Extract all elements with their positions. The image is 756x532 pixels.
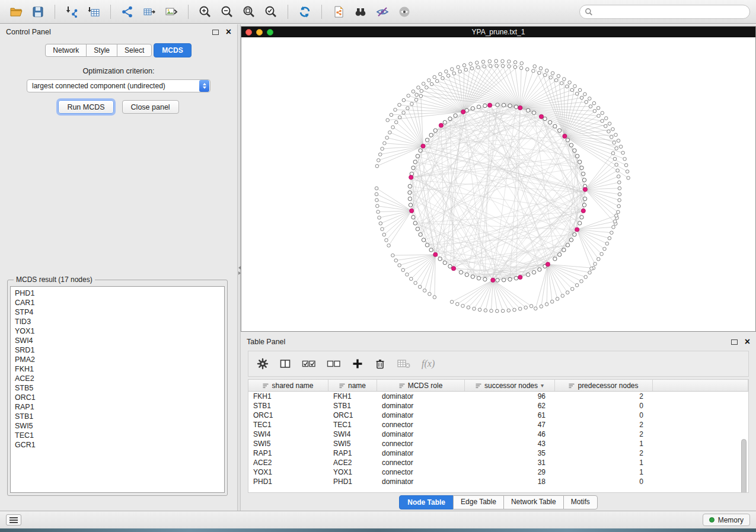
import-network-icon xyxy=(65,5,79,19)
status-menu-button[interactable] xyxy=(6,514,21,525)
add-column-icon[interactable] xyxy=(352,358,363,370)
zoom-selected-button[interactable] xyxy=(261,2,281,21)
table-cell: dominator xyxy=(377,477,465,486)
mcds-result-list[interactable]: PHD1CAR1STP4TID3YOX1SWI4SRD1PMA2FKH1ACE2… xyxy=(10,286,225,493)
mcds-result-item[interactable]: CAR1 xyxy=(15,298,224,307)
mcds-result-item[interactable]: YOX1 xyxy=(15,326,224,336)
mcds-result-item[interactable]: SWI5 xyxy=(15,421,224,431)
mcds-result-item[interactable]: ORC1 xyxy=(15,393,224,402)
document-share-button[interactable] xyxy=(328,2,349,21)
memory-button[interactable]: Memory xyxy=(703,514,750,526)
table-settings-gear-icon[interactable] xyxy=(257,358,269,370)
close-panel-icon[interactable]: × xyxy=(226,27,231,37)
mcds-result-item[interactable]: SRD1 xyxy=(15,345,224,355)
mcds-result-item[interactable]: SWI4 xyxy=(15,336,224,345)
hide-details-button[interactable] xyxy=(372,2,393,21)
mcds-result-item[interactable]: STP4 xyxy=(15,307,224,317)
zoom-out-icon xyxy=(220,5,234,19)
table-row[interactable]: SWI5SWI5connector431 xyxy=(248,439,748,448)
float-table-panel-icon[interactable] xyxy=(731,339,738,345)
table-panel-title: Table Panel xyxy=(247,338,285,346)
table-cell: FKH1 xyxy=(328,392,377,400)
table-cell: TEC1 xyxy=(248,421,328,429)
close-table-panel-icon[interactable]: × xyxy=(745,337,750,347)
function-builder-button: f(x) xyxy=(422,358,435,369)
table-cell: 2 xyxy=(555,430,653,438)
tab-mcds[interactable]: MCDS xyxy=(154,43,191,57)
table-row[interactable]: STB1STB1dominator620 xyxy=(248,401,748,411)
apply-layout-button[interactable] xyxy=(295,2,315,21)
run-mcds-button[interactable]: Run MCDS xyxy=(58,100,113,114)
export-image-button[interactable] xyxy=(161,2,181,21)
table-cell: 29 xyxy=(465,468,555,476)
column-header-shared-name[interactable]: shared name xyxy=(248,380,328,391)
import-table-button[interactable] xyxy=(84,2,104,21)
deselect-all-icon[interactable] xyxy=(327,358,341,370)
table-row[interactable]: TEC1TEC1connector472 xyxy=(248,420,748,430)
mcds-result-item[interactable]: FKH1 xyxy=(15,364,224,374)
select-all-icon[interactable] xyxy=(302,358,316,370)
close-panel-button[interactable]: Close panel xyxy=(122,100,179,114)
network-graph[interactable] xyxy=(241,37,756,331)
network-canvas[interactable] xyxy=(241,37,755,331)
table-row[interactable]: RAP1RAP1dominator352 xyxy=(248,448,748,458)
table-cell: ORC1 xyxy=(248,411,328,419)
column-header-filler xyxy=(653,380,748,391)
mcds-result-item[interactable]: PMA2 xyxy=(15,355,224,364)
table-row[interactable]: PHD1PHD1dominator180 xyxy=(248,477,748,486)
search-box[interactable] xyxy=(579,5,750,19)
toolbar-separator xyxy=(110,5,111,19)
float-panel-icon[interactable] xyxy=(212,30,219,35)
toolbar-separator xyxy=(321,5,322,19)
table-row[interactable]: SWI4SWI4dominator462 xyxy=(248,430,748,439)
save-session-button[interactable] xyxy=(28,2,48,21)
table-cell: dominator xyxy=(377,430,465,438)
zoom-fit-button[interactable] xyxy=(239,2,259,21)
criterion-dropdown[interactable]: largest connected component (undirected) xyxy=(27,79,210,92)
mcds-result-item[interactable]: STB5 xyxy=(15,383,224,393)
tab-select[interactable]: Select xyxy=(117,44,152,57)
import-network-button[interactable] xyxy=(62,2,82,21)
export-network-button[interactable] xyxy=(117,2,138,21)
mcds-result-item[interactable]: ACE2 xyxy=(15,374,224,383)
mcds-result-item[interactable]: TID3 xyxy=(15,317,224,326)
criterion-value: largest connected component (undirected) xyxy=(27,82,199,90)
table-cell: 1 xyxy=(555,468,653,476)
table-row[interactable]: FKH1FKH1dominator962 xyxy=(248,392,748,401)
open-file-button[interactable] xyxy=(6,2,26,21)
split-columns-icon[interactable] xyxy=(279,358,291,370)
column-header-name[interactable]: name xyxy=(328,380,377,391)
table-cell: ACE2 xyxy=(328,459,377,467)
export-table-button[interactable] xyxy=(139,2,160,21)
tab-network[interactable]: Network xyxy=(45,44,87,57)
search-input[interactable] xyxy=(596,8,745,16)
zoom-out-button[interactable] xyxy=(217,2,237,21)
memory-status-icon xyxy=(709,517,714,523)
tab-network-table[interactable]: Network Table xyxy=(503,495,564,509)
mcds-result-item[interactable]: STB1 xyxy=(15,412,224,421)
table-row[interactable]: YOX1YOX1connector291 xyxy=(248,467,748,477)
column-header-mcds-role[interactable]: MCDS role xyxy=(377,380,465,391)
mcds-result-item[interactable]: GCR1 xyxy=(15,440,224,450)
tab-style[interactable]: Style xyxy=(86,44,117,57)
column-header-predecessor-nodes[interactable]: predecessor nodes xyxy=(555,380,653,391)
mcds-result-item[interactable]: RAP1 xyxy=(15,402,224,412)
table-scrollbar[interactable] xyxy=(741,439,747,493)
table-row[interactable]: ORC1ORC1dominator610 xyxy=(248,411,748,420)
table-toolbar: f(x) xyxy=(248,351,749,377)
zoom-in-button[interactable] xyxy=(195,2,215,21)
control-panel-tabs: Network Style Select MCDS xyxy=(0,43,237,57)
tab-motifs[interactable]: Motifs xyxy=(563,495,598,509)
network-titlebar[interactable]: YPA_prune.txt_1 xyxy=(241,27,755,37)
tab-node-table[interactable]: Node Table xyxy=(399,495,454,509)
binoculars-icon xyxy=(353,5,368,19)
column-header-successor-nodes[interactable]: successor nodes▾ xyxy=(465,380,555,391)
mcds-result-item[interactable]: TEC1 xyxy=(15,431,224,440)
table-cell: YOX1 xyxy=(248,468,328,476)
search-network-button[interactable] xyxy=(350,2,371,21)
show-details-button[interactable] xyxy=(394,2,414,21)
table-row[interactable]: ACE2ACE2connector311 xyxy=(248,458,748,467)
delete-column-icon[interactable] xyxy=(374,358,386,370)
tab-edge-table[interactable]: Edge Table xyxy=(453,495,504,509)
mcds-result-item[interactable]: PHD1 xyxy=(15,289,224,298)
